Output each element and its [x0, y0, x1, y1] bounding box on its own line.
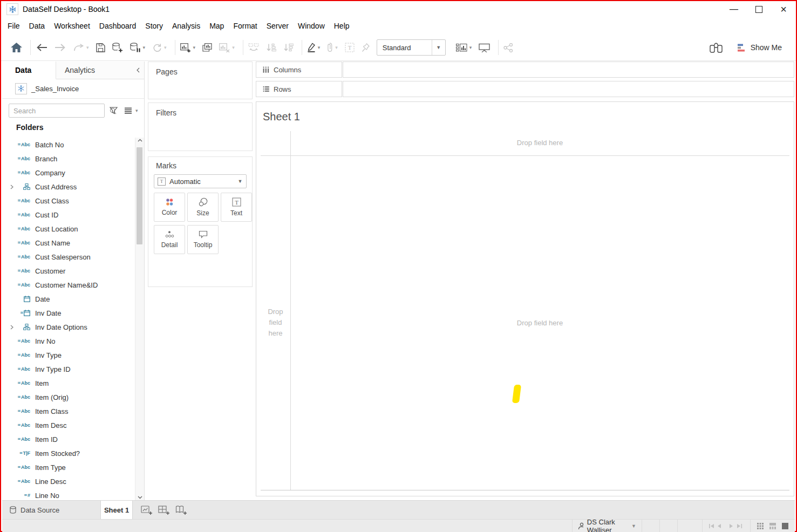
tab-data[interactable]: Data — [2, 62, 56, 79]
menu-item[interactable]: Help — [334, 22, 350, 30]
expand-chevron-icon[interactable] — [9, 185, 15, 189]
group-members-caret-icon[interactable]: ▾ — [335, 45, 338, 50]
home-button[interactable] — [11, 43, 22, 52]
sort-ascending-button[interactable] — [266, 43, 276, 52]
mark-button[interactable]: Size — [187, 193, 219, 222]
single-view-toggle-icon[interactable] — [782, 523, 788, 529]
show-me-button[interactable]: Show Me — [738, 43, 782, 52]
redo-button[interactable] — [55, 43, 66, 52]
field-row[interactable]: =Abc Inv Type ID — [2, 362, 135, 376]
save-button[interactable] — [96, 43, 105, 52]
undo-button[interactable] — [36, 43, 47, 52]
minimize-button[interactable]: — — [721, 1, 746, 17]
sheet-title[interactable]: Sheet 1 — [263, 111, 300, 123]
field-row[interactable]: =Abc Cust Location — [2, 222, 135, 236]
new-dashboard-tab-button[interactable] — [155, 501, 173, 519]
marks-card[interactable]: Marks T Automatic ▼ Color Size T Text De… — [148, 156, 253, 287]
replay-caret-icon[interactable]: ▾ — [86, 45, 89, 50]
scroll-up-icon[interactable] — [135, 139, 144, 142]
rows-shelf[interactable] — [343, 81, 794, 97]
drop-zone-rows[interactable]: Drop field here — [261, 306, 290, 339]
datasource-row[interactable]: _Sales_Invoice — [2, 79, 144, 99]
field-row[interactable]: =Abc Cust Class — [2, 194, 135, 208]
field-row[interactable]: =Abc Item Desc — [2, 418, 135, 432]
highlight-button[interactable]: ▾ — [307, 43, 321, 52]
mark-button[interactable]: T Text — [221, 193, 252, 222]
show-mark-labels-button[interactable]: T — [345, 43, 355, 52]
show-tabs-toggle-icon[interactable] — [757, 523, 764, 529]
pause-updates-button[interactable]: ▾ — [130, 43, 146, 52]
field-row[interactable]: =T|F Item Stocked? — [2, 446, 135, 460]
field-row[interactable]: =Abc Company — [2, 166, 135, 180]
field-row[interactable]: =Abc Cust ID — [2, 208, 135, 222]
user-menu[interactable]: DS Clark Walliser ▼ — [572, 520, 642, 532]
menu-item[interactable]: Window — [298, 22, 325, 30]
group-members-button[interactable]: ▾ — [327, 43, 338, 52]
field-row[interactable]: =Abc Customer — [2, 264, 135, 278]
mark-button[interactable]: Detail — [154, 225, 185, 254]
show-hide-cards-button[interactable]: ▾ — [456, 44, 472, 52]
run-updates-caret-icon[interactable]: ▾ — [164, 45, 167, 50]
field-row[interactable]: =Abc Item ID — [2, 432, 135, 446]
clear-sheet-button[interactable]: ▾ — [219, 43, 235, 52]
mark-type-dropdown[interactable]: T Automatic ▼ — [154, 174, 247, 188]
field-row[interactable]: =Abc Customer Name&ID — [2, 278, 135, 292]
user-menu-caret-icon[interactable]: ▼ — [631, 523, 636, 529]
fit-selector-caret-icon[interactable]: ▼ — [432, 40, 445, 55]
columns-shelf[interactable] — [343, 62, 794, 78]
drop-zone-columns[interactable]: Drop field here — [290, 139, 789, 147]
swap-rows-columns-button[interactable] — [248, 43, 259, 52]
filmstrip-toggle-icon[interactable] — [769, 523, 776, 529]
mark-type-caret-icon[interactable]: ▼ — [234, 179, 246, 184]
scroll-down-icon[interactable] — [135, 496, 144, 499]
find-button[interactable] — [710, 43, 723, 53]
new-story-tab-button[interactable] — [173, 501, 190, 519]
filter-fields-icon[interactable] — [110, 107, 118, 114]
clear-sheet-caret-icon[interactable]: ▾ — [232, 45, 235, 50]
menu-item[interactable]: Format — [233, 22, 257, 30]
new-worksheet-caret-icon[interactable]: ▾ — [193, 45, 196, 50]
pause-updates-caret-icon[interactable]: ▾ — [143, 45, 146, 50]
field-row[interactable]: Inv Date Options — [2, 320, 135, 334]
run-updates-button[interactable]: ▾ — [152, 43, 167, 52]
maximize-button[interactable] — [746, 1, 771, 17]
drop-zone-canvas[interactable]: Drop field here — [290, 319, 789, 327]
field-row[interactable]: =Abc Inv No — [2, 334, 135, 348]
field-row[interactable]: =Abc Line Desc — [2, 474, 135, 488]
presentation-mode-button[interactable] — [479, 43, 490, 52]
menu-item[interactable]: Analysis — [172, 22, 200, 30]
new-worksheet-tab-button[interactable] — [138, 501, 155, 519]
highlight-caret-icon[interactable]: ▾ — [318, 45, 321, 50]
collapse-pane-chevron-icon[interactable] — [132, 62, 144, 79]
menu-item[interactable]: Worksheet — [54, 22, 90, 30]
data-source-tab[interactable]: Data Source — [2, 501, 100, 519]
mark-button[interactable]: Color — [154, 193, 185, 222]
field-row[interactable]: = Inv Date — [2, 306, 135, 320]
fields-scrollbar[interactable] — [135, 138, 144, 500]
menu-item[interactable]: Story — [145, 22, 163, 30]
field-row[interactable]: Date — [2, 292, 135, 306]
field-row[interactable]: =Abc Item (Orig) — [2, 390, 135, 404]
field-row[interactable]: =Abc Item Class — [2, 404, 135, 418]
scrollbar-thumb[interactable] — [137, 147, 142, 244]
menu-item[interactable]: Data — [29, 22, 45, 30]
field-row[interactable]: Cust Address — [2, 180, 135, 194]
new-datasource-button[interactable] — [112, 43, 123, 52]
view-as-caret-icon[interactable]: ▾ — [135, 108, 138, 113]
menu-item[interactable]: File — [8, 22, 20, 30]
view-as-list-icon[interactable] — [124, 107, 132, 114]
field-row[interactable]: =Abc Inv Type — [2, 348, 135, 362]
pages-card[interactable]: Pages — [148, 62, 253, 99]
field-row[interactable]: =Abc Item Type — [2, 460, 135, 474]
tab-analytics[interactable]: Analytics — [56, 62, 132, 79]
sort-descending-button[interactable] — [283, 43, 294, 52]
sheet1-tab[interactable]: Sheet 1 — [100, 501, 133, 519]
expand-chevron-icon[interactable] — [9, 325, 15, 330]
field-row[interactable]: =Abc Cust Salesperson — [2, 250, 135, 264]
share-button[interactable] — [503, 43, 513, 52]
menu-item[interactable]: Map — [209, 22, 224, 30]
new-worksheet-button[interactable]: ▾ — [180, 43, 196, 52]
replay-button[interactable]: ▾ — [73, 44, 89, 51]
field-row[interactable]: =Abc Branch — [2, 152, 135, 166]
field-row[interactable]: =# Line No — [2, 488, 135, 500]
